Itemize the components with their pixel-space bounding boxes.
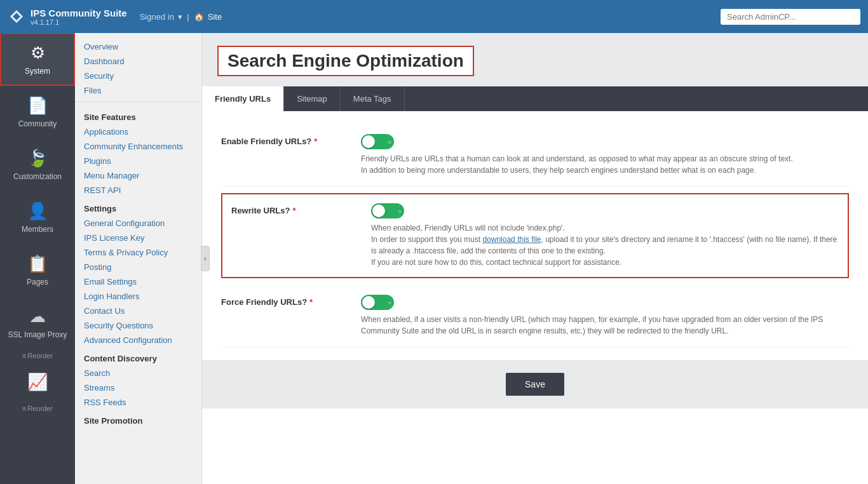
nav-applications[interactable]: Applications <box>75 124 201 139</box>
nav-security-questions[interactable]: Security Questions <box>75 318 201 333</box>
sidebar-item-system[interactable]: ⚙ System <box>0 33 75 86</box>
form-label-rewrite-urls: Rewrite URLs? * <box>231 203 371 215</box>
page-title: Search Engine Optimization <box>227 51 464 71</box>
toggle-off-3: ○ <box>388 299 391 306</box>
icon-sidebar: ⚙ System 📄 Community 🍃 Customization 👤 M… <box>0 33 75 484</box>
download-link[interactable]: download this file <box>482 235 541 244</box>
toggle-off-2: ○ <box>398 208 402 215</box>
reorder-label-2: Reorder <box>27 405 53 412</box>
nav-rss-feeds[interactable]: RSS Feeds <box>75 395 201 410</box>
nav-dashboard[interactable]: Dashboard <box>75 54 201 69</box>
content-area: Search Engine Optimization Friendly URLs… <box>202 33 868 484</box>
toggle-knob-2 <box>372 205 385 217</box>
form-row-enable-friendly-urls: Enable Friendly URLs? * ✓ ○ Frien <box>221 124 849 187</box>
logo-icon <box>8 8 25 25</box>
nav-general-config[interactable]: General Configuration <box>75 216 201 231</box>
required-marker-1: * <box>314 137 317 146</box>
nav-ips-license-key[interactable]: IPS License Key <box>75 231 201 245</box>
sidebar-item-system-label: System <box>25 67 50 76</box>
toggle-rewrite-urls[interactable]: ✓ ○ <box>371 203 404 218</box>
sidebar-item-community[interactable]: 📄 Community <box>0 86 75 138</box>
label-text-rewrite-urls: Rewrite URLs? <box>231 206 290 215</box>
toggle-knob-1 <box>362 135 375 148</box>
section-title-content-discovery: Content Discovery <box>75 347 201 366</box>
nav-terms-privacy[interactable]: Terms & Privacy Policy <box>75 245 201 260</box>
sidebar-item-ssl[interactable]: ☁ SSL Image Proxy <box>0 297 75 349</box>
topbar-search <box>721 9 860 25</box>
nav-community-enhancements[interactable]: Community Enhancements <box>75 139 201 154</box>
chart-icon: 📈 <box>27 372 48 392</box>
section-content-discovery: Content Discovery Search Streams RSS Fee… <box>75 347 201 410</box>
nav-menu-manager[interactable]: Menu Manager <box>75 168 201 183</box>
nav-posting[interactable]: Posting <box>75 260 201 274</box>
nav-overview[interactable]: Overview <box>75 39 201 54</box>
page-title-box: Search Engine Optimization <box>217 46 474 76</box>
form-row-rewrite-urls: Rewrite URLs? * ✓ ○ <box>221 193 849 278</box>
form-desc-force-friendly-urls: When enabled, if a user visits a non-fri… <box>361 314 849 337</box>
sidebar-item-pages[interactable]: 📋 Pages <box>0 244 75 297</box>
toggle-wrap-1: ✓ ○ <box>361 134 849 149</box>
top-links: Overview Dashboard Security Files <box>75 39 201 102</box>
sidebar-item-community-label: Community <box>18 119 57 128</box>
content-inner: Friendly URLs Sitemap Meta Tags Enable F… <box>202 86 868 484</box>
signed-in-label: Signed in <box>140 12 174 22</box>
gear-icon: ⚙ <box>31 43 45 63</box>
form-row-rewrite-inner: Rewrite URLs? * ✓ ○ <box>231 203 839 268</box>
pages-icon: 📋 <box>27 254 48 274</box>
toggle-knob-3 <box>362 296 375 309</box>
main-layout: ⚙ System 📄 Community 🍃 Customization 👤 M… <box>0 33 868 484</box>
form-label-enable-friendly-urls: Enable Friendly URLs? * <box>221 134 361 146</box>
tab-sitemap[interactable]: Sitemap <box>284 86 341 111</box>
section-title-site-features: Site Features <box>75 106 201 124</box>
toggle-force-friendly-urls[interactable]: ✓ ○ <box>361 295 394 310</box>
form-row-force-friendly-urls: Force Friendly URLs? * ✓ ○ When e <box>221 285 849 347</box>
tab-friendly-urls[interactable]: Friendly URLs <box>202 86 284 111</box>
nav-contact-us[interactable]: Contact Us <box>75 304 201 318</box>
reorder-row-1[interactable]: ≡ Reorder <box>0 349 75 362</box>
section-site-features: Site Features Applications Community Enh… <box>75 106 201 198</box>
search-input[interactable] <box>721 9 860 25</box>
sidebar-item-analytics[interactable]: 📈 <box>0 362 75 402</box>
reorder-row-2[interactable]: ≡ Reorder <box>0 402 75 415</box>
logo: IPS Community Suite v4.1.17.1 <box>8 8 127 26</box>
nav-search[interactable]: Search <box>75 366 201 380</box>
toggle-enable-friendly-urls[interactable]: ✓ ○ <box>361 134 394 149</box>
sidebar-item-customization[interactable]: 🍃 Customization <box>0 138 75 191</box>
form-control-force-friendly-urls: ✓ ○ When enabled, if a user visits a non… <box>361 295 849 337</box>
document-icon: 📄 <box>27 96 48 116</box>
form-content: Enable Friendly URLs? * ✓ ○ Frien <box>202 111 868 360</box>
logo-text: IPS Community Suite <box>31 8 127 18</box>
secondary-sidebar: Overview Dashboard Security Files Site F… <box>75 33 202 484</box>
logo-version: v4.1.17.1 <box>31 18 127 26</box>
form-label-force-friendly-urls: Force Friendly URLs? * <box>221 295 361 307</box>
save-button[interactable]: Save <box>506 373 564 396</box>
tab-meta-tags[interactable]: Meta Tags <box>341 86 405 111</box>
label-text-enable-friendly-urls: Enable Friendly URLs? <box>221 137 311 146</box>
nav-advanced-config[interactable]: Advanced Configuration <box>75 333 201 347</box>
nav-streams[interactable]: Streams <box>75 380 201 395</box>
site-link[interactable]: Site <box>208 12 222 22</box>
form-control-rewrite-urls: ✓ ○ When enabled, Friendly URLs will not… <box>371 203 839 268</box>
collapse-sidebar-button[interactable]: ‹ <box>201 246 210 271</box>
required-marker-2: * <box>292 206 295 215</box>
secondary-sidebar-wrap: Overview Dashboard Security Files Site F… <box>75 33 202 484</box>
section-title-site-promotion: Site Promotion <box>75 410 201 428</box>
sidebar-item-ssl-label: SSL Image Proxy <box>8 330 67 339</box>
form-desc-enable-friendly-urls: Friendly URLs are URLs that a human can … <box>361 153 849 176</box>
sidebar-item-pages-label: Pages <box>27 278 48 286</box>
nav-login-handlers[interactable]: Login Handlers <box>75 289 201 304</box>
nav-email-settings[interactable]: Email Settings <box>75 274 201 289</box>
nav-security[interactable]: Security <box>75 69 201 83</box>
sidebar-item-members-label: Members <box>22 225 53 234</box>
reorder-icon-2: ≡ <box>22 405 26 412</box>
save-area: Save <box>202 360 868 408</box>
nav-plugins[interactable]: Plugins <box>75 154 201 168</box>
nav-files[interactable]: Files <box>75 83 201 98</box>
section-settings: Settings General Configuration IPS Licen… <box>75 198 201 347</box>
nav-rest-api[interactable]: REST API <box>75 183 201 198</box>
form-desc-rewrite-urls: When enabled, Friendly URLs will not inc… <box>371 222 839 268</box>
section-title-settings: Settings <box>75 198 201 216</box>
sidebar-item-members[interactable]: 👤 Members <box>0 191 75 244</box>
form-control-enable-friendly-urls: ✓ ○ Friendly URLs are URLs that a human … <box>361 134 849 176</box>
reorder-label-1: Reorder <box>27 352 53 360</box>
